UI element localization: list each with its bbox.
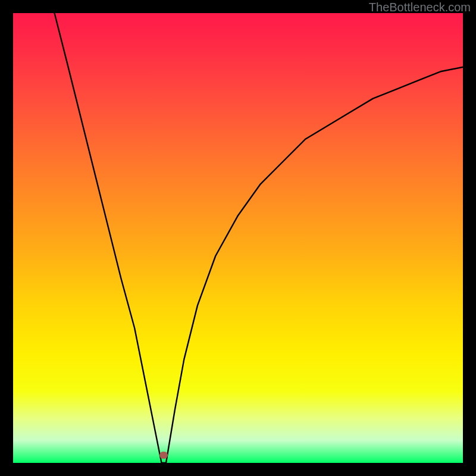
plot-frame — [13, 13, 463, 463]
gradient-plot-area — [13, 13, 463, 463]
attribution-text: TheBottleneck.com — [369, 1, 471, 14]
optimum-marker — [159, 452, 168, 459]
